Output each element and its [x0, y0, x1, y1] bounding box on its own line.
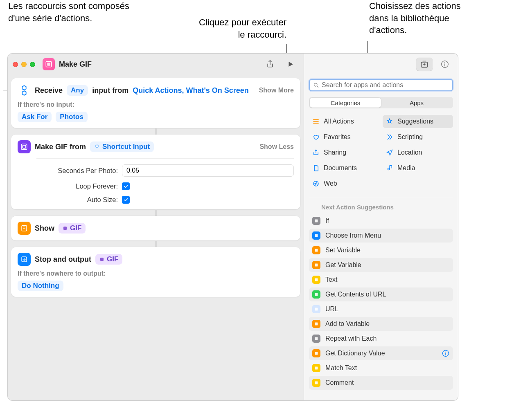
connector: [155, 240, 157, 247]
suggestion-list: IfChoose from MenuSet VariableGet Variab…: [304, 214, 458, 394]
action-mini-icon: [312, 246, 320, 254]
category-web[interactable]: Web: [309, 177, 379, 190]
suggestion-choose-from-menu[interactable]: Choose from Menu: [309, 229, 453, 243]
zoom-window-button[interactable]: [30, 62, 35, 67]
suggestion-get-variable[interactable]: Get Variable: [309, 258, 453, 272]
svg-rect-15: [315, 249, 318, 252]
svg-rect-18: [315, 293, 318, 296]
ask-for-token[interactable]: Ask For: [18, 112, 52, 122]
traffic-lights[interactable]: [13, 62, 35, 67]
svg-rect-14: [315, 234, 318, 237]
callout-run-l1: Cliquez pour exécuter: [164, 16, 286, 29]
category-label: Media: [397, 164, 415, 172]
category-favorites[interactable]: Favorites: [309, 130, 379, 144]
suggestion-comment[interactable]: Comment: [309, 376, 453, 390]
output-icon: [18, 253, 31, 266]
titlebar: Make GIF: [8, 54, 304, 75]
seconds-per-photo-label: Seconds Per Photo:: [18, 167, 122, 175]
suggestion-repeat-with-each[interactable]: Repeat with Each: [309, 332, 453, 346]
seconds-per-photo-input[interactable]: [122, 164, 294, 177]
tab-categories[interactable]: Categories: [310, 98, 381, 108]
gif-text: GIF: [70, 224, 81, 232]
callout-run-l2: le raccourci.: [164, 29, 286, 41]
gif-text: GIF: [107, 255, 118, 263]
make-gif-label: Make GIF from: [35, 143, 86, 151]
connector: [155, 128, 157, 135]
action-show[interactable]: Show GIF: [11, 216, 300, 240]
svg-point-10: [444, 62, 445, 63]
do-nothing-token[interactable]: Do Nothing: [18, 281, 63, 291]
info-button[interactable]: [440, 58, 450, 71]
action-make-gif[interactable]: Make GIF from Shortcut Input Show Less S…: [11, 135, 300, 209]
category-scripting[interactable]: Scripting: [383, 130, 453, 144]
action-mini-icon: [312, 217, 320, 225]
suggestion-add-to-variable[interactable]: Add to Variable: [309, 317, 453, 331]
suggestion-label: Comment: [325, 379, 354, 386]
shortcut-title[interactable]: Make GIF: [59, 60, 92, 69]
receive-any-token[interactable]: Any: [67, 85, 88, 96]
gif-variable-token[interactable]: GIF: [59, 223, 86, 234]
callout-library-l2: dans la bibliothèque: [369, 12, 500, 25]
auto-size-checkbox[interactable]: [122, 196, 130, 204]
loop-forever-label: Loop Forever:: [18, 182, 122, 190]
category-label: Web: [324, 180, 337, 187]
action-stop-output[interactable]: Stop and output GIF If there's nowhere t…: [11, 247, 300, 297]
leader-bracket: [3, 90, 7, 282]
category-media[interactable]: Media: [383, 162, 453, 175]
svg-rect-5: [63, 227, 67, 230]
callout-library-l3: d'actions.: [369, 24, 500, 36]
action-mini-icon: [312, 335, 320, 343]
search-field[interactable]: [309, 79, 453, 91]
library-tabs[interactable]: Categories Apps: [309, 97, 453, 108]
svg-rect-2: [21, 144, 27, 150]
stop-label: Stop and output: [35, 255, 91, 264]
suggestion-get-contents-of-url[interactable]: Get Contents of URL: [309, 287, 453, 301]
svg-point-11: [314, 83, 318, 86]
category-documents[interactable]: Documents: [309, 162, 379, 175]
shortcut-input-token[interactable]: Shortcut Input: [90, 141, 154, 152]
close-window-button[interactable]: [13, 62, 18, 67]
info-icon[interactable]: [442, 349, 450, 357]
library-button[interactable]: [416, 58, 433, 71]
suggestion-text[interactable]: Text: [309, 273, 453, 287]
action-mini-icon: [312, 320, 320, 328]
minimize-window-button[interactable]: [21, 62, 27, 67]
show-more-button[interactable]: Show More: [259, 87, 294, 94]
action-mini-icon: [312, 379, 320, 387]
action-mini-icon: [312, 364, 320, 372]
suggestion-match-text[interactable]: Match Text: [309, 361, 453, 375]
connector: [155, 209, 157, 216]
photos-token[interactable]: Photos: [56, 112, 88, 122]
show-less-button[interactable]: Show Less: [259, 143, 294, 150]
svg-rect-25: [315, 367, 318, 370]
category-all-actions[interactable]: All Actions: [309, 115, 379, 128]
loop-forever-checkbox[interactable]: [122, 182, 130, 190]
svg-rect-16: [315, 264, 318, 267]
input-icon: [18, 84, 31, 97]
tab-apps[interactable]: Apps: [381, 98, 452, 108]
gif-output-token[interactable]: GIF: [95, 254, 122, 265]
receive-sources-token[interactable]: Quick Actions, What's On Screen: [133, 86, 249, 95]
run-button[interactable]: [282, 58, 299, 71]
category-location[interactable]: Location: [383, 146, 453, 159]
suggestion-if[interactable]: If: [309, 214, 453, 228]
callout-run: Cliquez pour exécuter le raccourci.: [164, 16, 286, 40]
suggestion-label: Add to Variable: [325, 320, 370, 328]
suggestion-get-dictionary-value[interactable]: Get Dictionary Value: [309, 346, 453, 360]
separator: [309, 197, 453, 197]
category-label: Sharing: [324, 149, 346, 156]
suggestion-set-variable[interactable]: Set Variable: [309, 243, 453, 257]
suggestion-url[interactable]: URL: [309, 302, 453, 316]
action-receive[interactable]: Receive Any input from Quick Actions, Wh…: [11, 78, 300, 128]
svg-point-24: [445, 352, 446, 353]
svg-rect-20: [315, 323, 318, 326]
category-sharing[interactable]: Sharing: [309, 146, 379, 159]
share-button[interactable]: [262, 58, 278, 71]
category-suggestions[interactable]: Suggestions: [383, 115, 453, 128]
callout-left: Les raccourcis sont composés d'une série…: [8, 0, 143, 24]
suggestion-label: Get Dictionary Value: [325, 350, 385, 357]
search-input[interactable]: [322, 81, 449, 89]
shortcut-input-text: Shortcut Input: [102, 143, 150, 151]
category-label: Scripting: [397, 133, 423, 141]
svg-rect-3: [23, 145, 26, 148]
